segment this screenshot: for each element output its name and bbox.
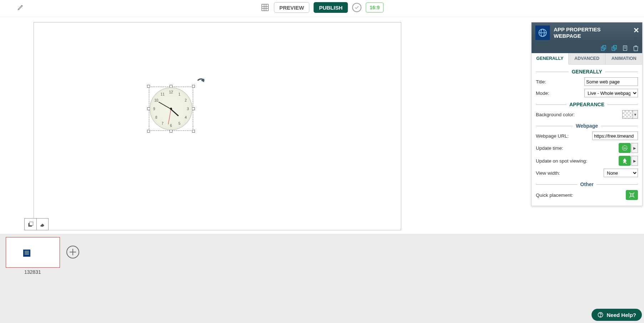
edit-title-icon[interactable] bbox=[17, 4, 24, 11]
bgcolor-picker[interactable]: ▼ bbox=[622, 110, 638, 119]
mode-select[interactable]: Live - Whole webpage bbox=[584, 89, 638, 97]
panel-toolbar bbox=[532, 43, 642, 53]
label-mode: Mode: bbox=[536, 91, 584, 96]
section-other: Other bbox=[536, 181, 638, 187]
svg-rect-0 bbox=[262, 4, 268, 11]
update-time-next-icon[interactable]: ▶ bbox=[632, 143, 638, 153]
title-input[interactable] bbox=[584, 77, 638, 86]
update-spot-next-icon[interactable]: ▶ bbox=[632, 156, 638, 166]
panel-header[interactable]: APP PROPERTIES WEBPAGE ✕ bbox=[532, 22, 642, 43]
label-update-time: Update time: bbox=[536, 145, 619, 151]
publish-button[interactable]: PUBLISH bbox=[314, 2, 348, 13]
svg-rect-7 bbox=[29, 222, 33, 225]
globe-icon bbox=[535, 25, 550, 40]
section-appearance: APPEARANCE bbox=[536, 102, 638, 107]
layers-button[interactable] bbox=[24, 218, 36, 230]
top-toolbar: PREVIEW PUBLISH 16:9 bbox=[0, 0, 644, 17]
update-time-button[interactable]: 1m bbox=[619, 143, 631, 153]
copy-front-icon[interactable] bbox=[600, 45, 607, 52]
need-help-button[interactable]: Need Help? bbox=[592, 309, 642, 321]
svg-text:1m: 1m bbox=[623, 147, 627, 149]
resize-handle[interactable] bbox=[192, 85, 195, 88]
resize-handle[interactable] bbox=[170, 130, 172, 133]
slides-strip: 132831 bbox=[0, 234, 644, 323]
aspect-ratio-button[interactable]: 16:9 bbox=[366, 2, 384, 12]
need-help-label: Need Help? bbox=[607, 312, 636, 318]
duplicate-icon[interactable] bbox=[622, 45, 629, 52]
label-quick-placement: Quick placement: bbox=[536, 193, 626, 198]
thumbnail-content-icon bbox=[23, 250, 30, 257]
slide-thumbnail[interactable] bbox=[6, 237, 60, 268]
canvas-tool-buttons bbox=[24, 218, 49, 230]
url-input[interactable] bbox=[592, 132, 638, 140]
label-update-spot: Update on spot viewing: bbox=[536, 158, 619, 164]
copy-back-icon[interactable] bbox=[611, 45, 618, 52]
delete-icon[interactable] bbox=[632, 45, 639, 52]
tab-generally[interactable]: GENERALLY bbox=[532, 53, 569, 65]
clock-widget[interactable]: 12 1 2 3 4 5 6 7 8 9 10 11 bbox=[150, 87, 192, 130]
slide-id-label: 132831 bbox=[24, 269, 41, 275]
resize-handle[interactable] bbox=[192, 130, 195, 133]
quick-placement-button[interactable] bbox=[626, 190, 638, 200]
resize-handle[interactable] bbox=[147, 130, 150, 133]
add-slide-button[interactable] bbox=[66, 246, 79, 258]
resize-handle[interactable] bbox=[147, 85, 150, 88]
section-generally: GENERALLY bbox=[536, 69, 638, 75]
eraser-button[interactable] bbox=[36, 218, 49, 230]
update-spot-button[interactable] bbox=[619, 156, 631, 166]
panel-body: GENERALLY Title: Mode: Live - Whole webp… bbox=[532, 65, 642, 206]
panel-title: APP PROPERTIES bbox=[554, 26, 600, 33]
design-canvas[interactable]: 12 1 2 3 4 5 6 7 8 9 10 11 bbox=[34, 22, 401, 230]
properties-panel: APP PROPERTIES WEBPAGE ✕ GENERALLY ADVAN… bbox=[531, 22, 643, 206]
tab-advanced[interactable]: ADVANCED bbox=[569, 53, 606, 64]
tab-animation[interactable]: ANIMATION bbox=[605, 53, 642, 64]
rotate-handle-icon[interactable] bbox=[196, 78, 206, 88]
label-title: Title: bbox=[536, 79, 584, 84]
label-url: Webpage URL: bbox=[536, 133, 592, 139]
svg-point-20 bbox=[600, 316, 601, 317]
view-width-select[interactable]: None bbox=[604, 169, 638, 177]
close-icon[interactable]: ✕ bbox=[633, 26, 639, 35]
preview-button[interactable]: PREVIEW bbox=[274, 2, 309, 13]
panel-subtitle: WEBPAGE bbox=[554, 33, 600, 39]
selected-widget[interactable]: 12 1 2 3 4 5 6 7 8 9 10 11 bbox=[149, 87, 193, 131]
resize-handle[interactable] bbox=[192, 107, 195, 110]
label-view-width: View width: bbox=[536, 170, 604, 176]
label-bgcolor: Background color: bbox=[536, 112, 622, 117]
section-webpage: Webpage bbox=[536, 123, 638, 129]
chevron-down-icon: ▼ bbox=[633, 111, 638, 118]
svg-rect-18 bbox=[631, 194, 633, 196]
grid-toggle-icon[interactable] bbox=[260, 3, 270, 12]
validate-button[interactable] bbox=[352, 3, 362, 12]
transparent-swatch-icon bbox=[623, 111, 633, 118]
panel-tabs: GENERALLY ADVANCED ANIMATION bbox=[532, 53, 642, 65]
